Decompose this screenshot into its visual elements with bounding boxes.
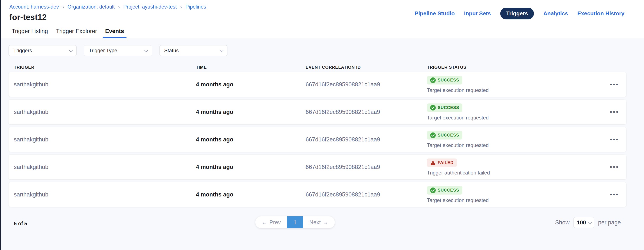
check-circle-icon <box>430 77 436 83</box>
prev-page-button[interactable]: ← Prev <box>255 216 287 228</box>
breadcrumb-separator-icon: › <box>118 4 120 10</box>
event-correlation-id-cell: 667d16f2ec895908821c1aa9 <box>306 191 427 198</box>
breadcrumb-pipelines-link[interactable]: Pipelines <box>185 4 206 10</box>
prev-label: Prev <box>270 219 281 226</box>
show-label: Show <box>555 219 570 226</box>
pagination: ← Prev 1 Next → <box>255 216 335 228</box>
left-arrow-icon: ← <box>262 219 267 226</box>
status-filter-dropdown[interactable]: Status <box>159 45 228 56</box>
column-header-trigger: Trigger <box>14 65 196 70</box>
next-label: Next <box>309 219 320 226</box>
tab-trigger-explorer[interactable]: Trigger Explorer <box>54 24 100 38</box>
nav-analytics[interactable]: Analytics <box>543 10 568 17</box>
triggers-tab-bar: Trigger Listing Trigger Explorer Events <box>0 24 644 38</box>
trigger-name-cell: sarthakgithub <box>14 109 196 115</box>
trigger-status-badge: SUCCESS <box>427 76 462 84</box>
events-table-body: sarthakgithub 4 months ago 667d16f2ec895… <box>8 72 626 207</box>
trigger-status-detail: Trigger authentication failed <box>427 170 490 176</box>
trigger-status-detail: Target execution requested <box>427 115 489 121</box>
event-table-row: sarthakgithub 4 months ago 667d16f2ec895… <box>8 72 626 97</box>
breadcrumb-separator-icon: › <box>62 4 64 10</box>
breadcrumb-separator-icon: › <box>180 4 182 10</box>
event-correlation-id-cell: 667d16f2ec895908821c1aa9 <box>306 164 427 170</box>
collapsed-side-nav[interactable] <box>0 0 1 250</box>
trigger-status-badge: FAILED <box>427 159 457 167</box>
breadcrumb-project-link[interactable]: Project: ayushi-dev-test <box>123 4 177 10</box>
trigger-status-label: FAILED <box>438 160 454 165</box>
tab-events[interactable]: Events <box>103 24 127 38</box>
chevron-down-icon <box>144 48 148 52</box>
trigger-name-cell: sarthakgithub <box>14 81 196 88</box>
column-header-event-correlation-id: Event Correlation Id <box>306 65 427 70</box>
tab-trigger-listing[interactable]: Trigger Listing <box>9 24 50 38</box>
pipeline-module-nav: Pipeline Studio Input Sets Triggers Anal… <box>415 8 624 19</box>
trigger-status-label: SUCCESS <box>438 133 459 138</box>
event-table-row: sarthakgithub 4 months ago 667d16f2ec895… <box>8 155 626 179</box>
event-correlation-id-cell: 667d16f2ec895908821c1aa9 <box>306 81 427 88</box>
event-table-row: sarthakgithub 4 months ago 667d16f2ec895… <box>8 127 626 152</box>
time-cell: 4 months ago <box>196 81 306 88</box>
trigger-status-cell: SUCCESS Target execution requested <box>427 103 601 121</box>
column-header-time: Time <box>196 65 306 70</box>
time-cell: 4 months ago <box>196 164 306 170</box>
breadcrumb-organization-link[interactable]: Organization: default <box>68 4 114 10</box>
time-cell: 4 months ago <box>196 109 306 115</box>
nav-execution-history[interactable]: Execution History <box>577 10 624 17</box>
more-options-icon[interactable]: ••• <box>609 80 620 89</box>
page-size-value: 100 <box>577 219 586 226</box>
triggers-filter-label: Triggers <box>14 48 32 54</box>
more-options-icon[interactable]: ••• <box>609 190 620 199</box>
trigger-status-cell: FAILED Trigger authentication failed <box>427 159 601 176</box>
chevron-down-icon <box>220 48 224 52</box>
table-header-row: Trigger Time Event Correlation Id Trigge… <box>8 62 626 72</box>
status-filter-label: Status <box>164 48 179 54</box>
page-size-select[interactable]: 100 <box>573 217 594 228</box>
chevron-down-icon <box>588 220 592 224</box>
page-header: Account: harness-dev › Organization: def… <box>0 0 644 24</box>
trigger-status-badge: SUCCESS <box>427 186 462 195</box>
table-footer: 5 of 5 ← Prev 1 Next → Show 100 per page <box>8 215 626 243</box>
trigger-status-detail: Target execution requested <box>427 197 489 203</box>
trigger-name-cell: sarthakgithub <box>14 164 196 170</box>
trigger-status-badge: SUCCESS <box>427 103 462 112</box>
time-cell: 4 months ago <box>196 191 306 198</box>
trigger-name-cell: sarthakgithub <box>14 136 196 143</box>
check-circle-icon <box>430 105 436 110</box>
column-header-trigger-status: Trigger Status <box>427 65 601 70</box>
next-page-button[interactable]: Next → <box>303 216 334 228</box>
event-table-row: sarthakgithub 4 months ago 667d16f2ec895… <box>8 100 626 124</box>
nav-input-sets[interactable]: Input Sets <box>464 10 491 17</box>
trigger-status-detail: Target execution requested <box>427 142 489 148</box>
trigger-status-cell: SUCCESS Target execution requested <box>427 76 601 93</box>
more-options-icon[interactable]: ••• <box>609 162 620 172</box>
trigger-status-cell: SUCCESS Target execution requested <box>427 186 601 203</box>
trigger-name-cell: sarthakgithub <box>14 191 196 198</box>
trigger-status-badge: SUCCESS <box>427 131 462 140</box>
more-options-icon[interactable]: ••• <box>609 135 620 144</box>
page-size-group: Show 100 per page <box>555 217 621 228</box>
trigger-status-label: SUCCESS <box>438 78 459 83</box>
event-table-row: sarthakgithub 4 months ago 667d16f2ec895… <box>8 182 626 207</box>
filter-bar: Triggers Trigger Type Status <box>8 45 626 56</box>
time-cell: 4 months ago <box>196 136 306 143</box>
check-circle-icon <box>430 133 436 138</box>
right-arrow-icon: → <box>323 219 328 226</box>
trigger-status-detail: Target execution requested <box>427 87 489 93</box>
chevron-down-icon <box>69 48 72 52</box>
breadcrumb-account-link[interactable]: Account: harness-dev <box>9 4 59 10</box>
trigger-type-filter-label: Trigger Type <box>89 48 117 54</box>
trigger-type-filter-dropdown[interactable]: Trigger Type <box>84 45 152 56</box>
triggers-filter-dropdown[interactable]: Triggers <box>8 45 77 56</box>
trigger-status-label: SUCCESS <box>438 188 459 193</box>
trigger-status-label: SUCCESS <box>438 105 459 110</box>
nav-triggers[interactable]: Triggers <box>500 8 534 19</box>
per-page-label: per page <box>598 219 621 226</box>
nav-pipeline-studio[interactable]: Pipeline Studio <box>415 10 455 17</box>
event-correlation-id-cell: 667d16f2ec895908821c1aa9 <box>306 109 427 115</box>
check-circle-icon <box>430 187 436 193</box>
more-options-icon[interactable]: ••• <box>609 107 620 117</box>
current-page-button[interactable]: 1 <box>287 216 303 228</box>
trigger-status-cell: SUCCESS Target execution requested <box>427 131 601 148</box>
warning-triangle-icon <box>430 160 436 166</box>
result-count: 5 of 5 <box>14 220 27 226</box>
